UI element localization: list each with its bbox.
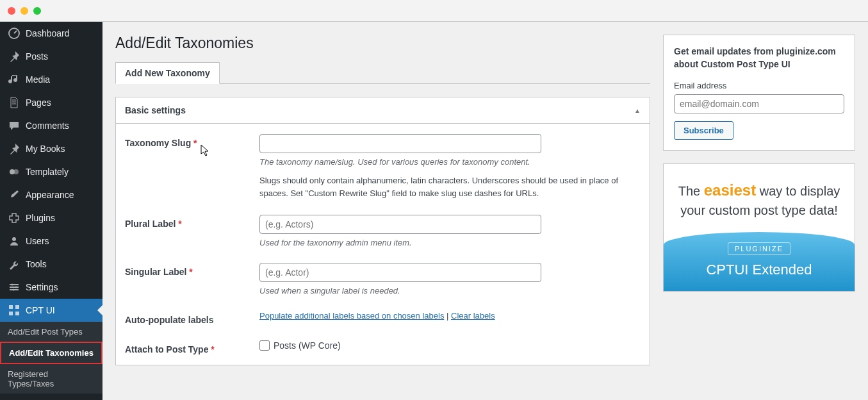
attach-posts-checkbox[interactable] [259,340,270,351]
sidebar-label: Posts [26,51,48,62]
sidebar-item-posts[interactable]: Posts [0,45,102,68]
clear-labels-link[interactable]: Clear labels [451,311,495,321]
sidebar-label: Comments [26,121,69,131]
svg-point-3 [12,237,16,241]
taxonomy-slug-input[interactable] [259,134,541,153]
sidebar-item-appearance[interactable]: Appearance [0,183,102,206]
plural-description: Used for the taxonomy admin menu item. [259,238,641,247]
sidebar-label: Tools [26,259,47,269]
pin-icon [8,142,20,155]
plugin-icon [8,212,20,224]
promo-highlight: easiest [704,181,756,199]
promo-title: CPTUI Extended [664,262,855,278]
svg-rect-5 [10,287,19,288]
comment-icon [8,119,20,132]
sidebar-item-settings[interactable]: Settings [0,276,102,299]
sidebar-label: CPT UI [26,305,55,315]
required-marker: * [189,267,192,277]
dashboard-icon [8,27,20,40]
sidebar-sub-taxonomies[interactable]: Add/Edit Taxonomies [0,342,102,364]
sidebar-item-dashboard[interactable]: Dashboard [0,22,102,45]
wrench-icon [8,258,20,271]
brush-icon [8,188,20,201]
sidebar-item-media[interactable]: Media [0,68,102,91]
promo-banner: PLUGINIZE CPTUI Extended [664,232,855,291]
svg-rect-10 [9,305,13,309]
required-marker: * [178,219,181,229]
label-singular: Singular Label * [125,263,259,296]
promo-brand: PLUGINIZE [728,242,790,255]
panel-header[interactable]: Basic settings ▲ [116,97,650,124]
sidebar-label: Dashboard [26,28,70,38]
cursor-icon [201,144,211,157]
sidebar-label: Pages [26,97,51,108]
plural-label-input[interactable] [259,215,541,234]
label-taxonomy-slug: Taxonomy Slug * [125,134,259,199]
singular-label-input[interactable] [259,263,541,282]
email-label: Email address [674,81,844,90]
sidebar-item-comments[interactable]: Comments [0,114,102,137]
sidebar-label: Media [26,74,50,85]
attach-option-label: Posts (WP Core) [274,340,341,351]
sidebar-label: Templately [26,167,69,177]
svg-point-2 [13,169,19,174]
maximize-window-button[interactable] [33,7,41,15]
subscribe-button[interactable]: Subscribe [674,121,733,140]
sidebar-label: Plugins [26,213,55,223]
templately-icon [8,165,20,178]
svg-point-8 [15,287,17,288]
panel-title: Basic settings [125,105,186,115]
slug-description: The taxonomy name/slug. Used for various… [259,157,641,167]
cptui-icon [8,304,20,317]
svg-point-9 [13,289,15,291]
svg-rect-12 [9,312,13,315]
sidebar-sub-post-types[interactable]: Add/Edit Post Types [0,322,102,342]
window-titlebar [0,0,868,22]
sidebar-item-tools[interactable]: Tools [0,253,102,276]
page-icon [8,96,20,109]
media-icon [8,73,20,86]
subscribe-title: Get email updates from pluginize.com abo… [674,46,844,71]
svg-rect-4 [10,284,19,285]
panel-basic-settings: Basic settings ▲ Taxonomy Slug * The tax… [115,97,650,365]
sidebar-sub-registered[interactable]: Registered Types/Taxes [0,364,102,394]
promo-text: The easiest way to display your custom p… [674,179,844,219]
sidebar-item-plugins[interactable]: Plugins [0,206,102,229]
svg-rect-13 [15,312,19,315]
sidebar-label: Settings [26,282,58,292]
sidebar-label: Users [26,236,49,246]
admin-sidebar: Dashboard Posts Media Pages Comments My … [0,22,102,400]
required-marker: * [193,138,197,148]
singular-description: Used when a singular label is needed. [259,286,641,296]
slug-help: Slugs should only contain alphanumeric, … [259,174,631,199]
svg-rect-11 [15,305,19,309]
tab-add-new[interactable]: Add New Taxonomy [115,62,220,84]
close-window-button[interactable] [8,7,15,15]
label-attach: Attach to Post Type * [125,340,259,354]
link-separator: | [444,311,451,321]
sidebar-item-users[interactable]: Users [0,229,102,253]
required-marker: * [211,344,214,354]
collapse-icon: ▲ [634,107,641,114]
label-plural: Plural Label * [125,215,259,247]
subscribe-card: Get email updates from pluginize.com abo… [663,35,855,151]
sidebar-item-mybooks[interactable]: My Books [0,137,102,160]
tab-wrapper: Add New Taxonomy [115,62,650,84]
svg-point-7 [12,284,13,286]
pin-icon [8,50,20,63]
sidebar-item-pages[interactable]: Pages [0,91,102,114]
user-icon [8,235,20,247]
minimize-window-button[interactable] [20,7,28,15]
label-auto-populate: Auto-populate labels [125,311,259,325]
settings-icon [8,281,20,294]
sidebar-item-templately[interactable]: Templately [0,160,102,183]
sidebar-label: My Books [26,144,65,154]
promo-card: The easiest way to display your custom p… [663,163,855,292]
sidebar-item-cptui[interactable]: CPT UI [0,299,102,322]
sidebar-label: Appearance [26,190,74,200]
email-input[interactable] [674,94,844,113]
page-title: Add/Edit Taxonomies [115,35,650,52]
populate-labels-link[interactable]: Populate additional labels based on chos… [259,311,444,321]
